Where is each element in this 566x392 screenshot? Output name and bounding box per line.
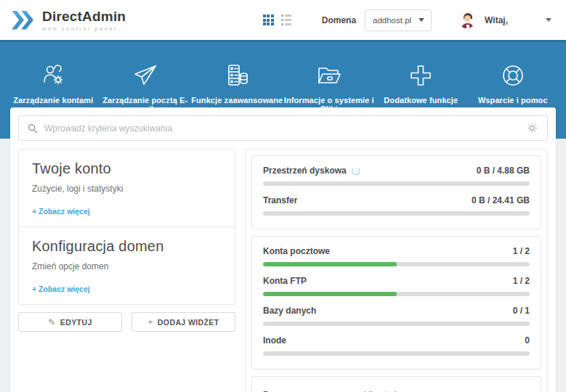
progress-track — [263, 211, 530, 216]
stat-value: 0 / 1 — [513, 306, 530, 316]
stat-label: Konta FTP — [263, 276, 307, 286]
stat-label: Transfer — [263, 195, 297, 205]
stat-label: Inode — [263, 335, 286, 346]
search-settings-button[interactable] — [525, 122, 538, 135]
directadmin-logo-icon — [12, 11, 36, 30]
logo-subtitle: web control panel — [42, 25, 126, 32]
card-subtitle: Zmień opcje domen — [32, 261, 222, 271]
gear-icon — [527, 123, 538, 134]
user-greeting: Witaj, — [485, 15, 508, 25]
folder-icon — [316, 62, 342, 89]
nav-label: Dodatkowe funkcje — [384, 96, 458, 105]
progress-track — [263, 262, 530, 266]
domain-info-row: Domena addhost.pl + Edytuj domenę — [263, 385, 530, 392]
stat-row-databases: Bazy danych 0 / 1 — [263, 306, 530, 326]
left-column: Twoje konto Zużycie, logi i statystyki +… — [18, 149, 235, 332]
pencil-icon: ✎ — [48, 317, 55, 327]
add-widget-button[interactable]: + DODAJ WIDŻET — [132, 312, 235, 332]
directadmin-logo[interactable]: DirectAdmin web control panel — [12, 9, 126, 32]
progress-track — [263, 181, 530, 186]
logo-title: DirectAdmin — [42, 9, 126, 25]
card-title: Konfiguracja domen — [32, 238, 222, 255]
search-bar — [18, 115, 548, 141]
edit-button-label: EDYTUJ — [60, 318, 92, 327]
domain-info-card: Domena addhost.pl + Edytuj domenę Ostatn… — [251, 376, 541, 392]
paper-plane-icon — [132, 62, 158, 89]
progress-track — [263, 351, 530, 356]
edit-button[interactable]: ✎ EDYTUJ — [18, 312, 122, 332]
user-menu-chevron-icon[interactable] — [546, 18, 551, 22]
lifebuoy-icon — [500, 62, 526, 89]
progress-fill — [263, 262, 397, 266]
grid-view-icon[interactable] — [263, 15, 274, 25]
search-icon — [28, 123, 38, 134]
chevron-down-icon — [419, 18, 424, 22]
plus-icon — [408, 62, 434, 89]
stat-value: 0 — [525, 335, 530, 346]
users-gear-icon — [40, 62, 66, 89]
card-subtitle: Zużycie, logi i statystyki — [32, 184, 222, 194]
refresh-icon[interactable] — [352, 167, 360, 175]
domain-label: Domena — [322, 15, 356, 25]
stat-value: 0 B / 4.88 GB — [477, 166, 530, 176]
plus-icon: + — [147, 317, 153, 327]
progress-track — [263, 292, 530, 296]
stat-row-email-accounts: Konta pocztowe 1 / 2 — [263, 246, 530, 266]
card-your-account: Twoje konto Zużycie, logi i statystyki +… — [18, 149, 235, 227]
stat-row-transfer: Transfer 0 B / 24.41 GB — [263, 195, 530, 216]
nav-label: Zarządzanie kontami — [13, 96, 93, 105]
list-view-icon[interactable] — [281, 15, 291, 26]
domain-select-value: addhost.pl — [373, 16, 411, 25]
progress-fill — [263, 292, 397, 296]
progress-track — [263, 322, 530, 326]
stat-label: Bazy danych — [263, 306, 316, 316]
see-more-link[interactable]: + Zobacz więcej — [32, 207, 90, 216]
quota-stats-card: Konta pocztowe 1 / 2 Konta FTP 1 / 2 Baz… — [251, 236, 541, 369]
card-domain-configuration: Konfiguracja domen Zmień opcje domen + Z… — [18, 226, 235, 305]
nav-label: Wsparcie i pomoc — [478, 96, 548, 105]
search-input[interactable] — [44, 123, 519, 134]
right-column: Przestrzeń dyskowa 0 B / 4.88 GB Transfe… — [245, 149, 548, 392]
server-icon — [224, 62, 250, 89]
stat-row-inode: Inode 0 — [263, 335, 530, 356]
stat-label: Konta pocztowe — [263, 246, 330, 256]
stat-row-disk-space: Przestrzeń dyskowa 0 B / 4.88 GB — [263, 166, 530, 186]
domain-select[interactable]: addhost.pl — [365, 9, 432, 31]
stat-value: 1 / 2 — [513, 276, 530, 286]
nav-label: Funkcje zaawansowane — [191, 96, 283, 105]
card-title: Twoje konto — [32, 160, 222, 177]
stat-label: Przestrzeń dyskowa — [263, 166, 347, 176]
user-avatar[interactable] — [458, 11, 476, 29]
add-widget-button-label: DODAJ WIDŻET — [158, 318, 219, 327]
stat-value: 1 / 2 — [513, 246, 530, 256]
see-more-link[interactable]: + Zobacz więcej — [32, 285, 90, 293]
main-content-panel: Twoje konto Zużycie, logi i statystyki +… — [10, 107, 556, 392]
stat-value: 0 B / 24.41 GB — [472, 195, 530, 205]
usage-stats-card: Przestrzeń dyskowa 0 B / 4.88 GB Transfe… — [251, 155, 541, 229]
stat-row-ftp-accounts: Konta FTP 1 / 2 — [263, 276, 530, 296]
top-header: DirectAdmin web control panel Domena add… — [0, 0, 566, 40]
